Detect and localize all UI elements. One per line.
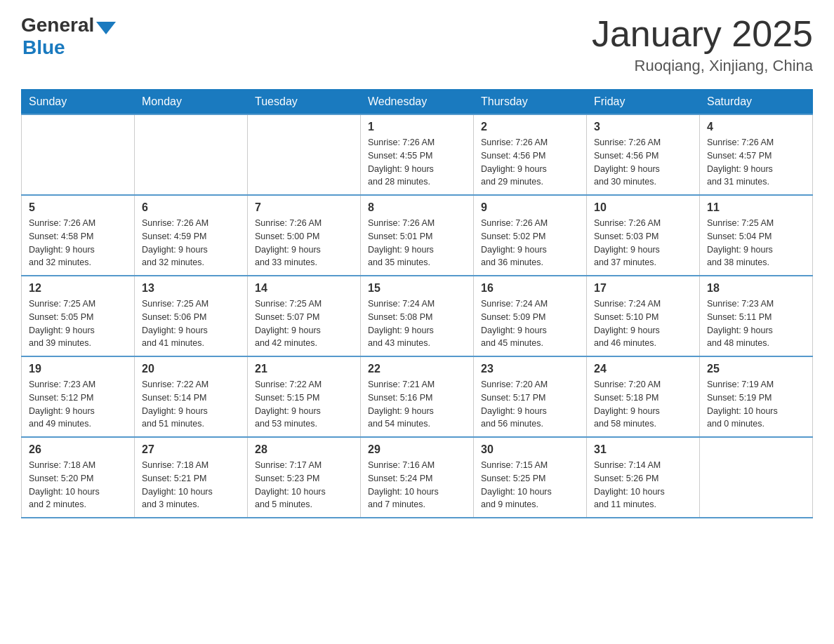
day-info: Sunrise: 7:25 AM Sunset: 5:06 PM Dayligh… — [142, 297, 240, 350]
day-number: 7 — [255, 201, 353, 214]
calendar-day-header: Tuesday — [248, 90, 361, 115]
day-info: Sunrise: 7:18 AM Sunset: 5:20 PM Dayligh… — [29, 459, 127, 511]
calendar-cell: 10Sunrise: 7:26 AM Sunset: 5:03 PM Dayli… — [587, 195, 700, 276]
calendar-cell: 15Sunrise: 7:24 AM Sunset: 5:08 PM Dayli… — [361, 276, 474, 356]
calendar-cell: 20Sunrise: 7:22 AM Sunset: 5:14 PM Dayli… — [135, 356, 248, 437]
calendar-cell: 29Sunrise: 7:16 AM Sunset: 5:24 PM Dayli… — [361, 437, 474, 518]
calendar-day-header: Friday — [587, 90, 700, 115]
day-number: 13 — [142, 282, 240, 295]
title-section: January 2025 Ruoqiang, Xinjiang, China — [592, 14, 813, 75]
day-info: Sunrise: 7:26 AM Sunset: 4:59 PM Dayligh… — [142, 217, 240, 269]
day-info: Sunrise: 7:25 AM Sunset: 5:04 PM Dayligh… — [707, 217, 805, 269]
calendar-cell: 8Sunrise: 7:26 AM Sunset: 5:01 PM Daylig… — [361, 195, 474, 276]
day-number: 12 — [29, 282, 127, 295]
day-number: 4 — [707, 121, 805, 133]
calendar-cell: 28Sunrise: 7:17 AM Sunset: 5:23 PM Dayli… — [248, 437, 361, 518]
calendar-cell: 23Sunrise: 7:20 AM Sunset: 5:17 PM Dayli… — [474, 356, 587, 437]
day-number: 29 — [368, 443, 466, 456]
calendar-cell: 21Sunrise: 7:22 AM Sunset: 5:15 PM Dayli… — [248, 356, 361, 437]
day-info: Sunrise: 7:24 AM Sunset: 5:08 PM Dayligh… — [368, 297, 466, 350]
calendar-cell: 19Sunrise: 7:23 AM Sunset: 5:12 PM Dayli… — [22, 356, 135, 437]
day-info: Sunrise: 7:26 AM Sunset: 5:03 PM Dayligh… — [594, 217, 692, 269]
calendar-cell: 5Sunrise: 7:26 AM Sunset: 4:58 PM Daylig… — [22, 195, 135, 276]
day-number: 6 — [142, 201, 240, 214]
calendar-cell: 12Sunrise: 7:25 AM Sunset: 5:05 PM Dayli… — [22, 276, 135, 356]
day-info: Sunrise: 7:26 AM Sunset: 4:55 PM Dayligh… — [368, 136, 466, 189]
day-number: 17 — [594, 282, 692, 295]
page-header: General Blue January 2025 Ruoqiang, Xinj… — [21, 14, 813, 75]
calendar-cell: 31Sunrise: 7:14 AM Sunset: 5:26 PM Dayli… — [587, 437, 700, 518]
day-number: 15 — [368, 282, 466, 295]
calendar-cell: 18Sunrise: 7:23 AM Sunset: 5:11 PM Dayli… — [700, 276, 813, 356]
calendar-cell: 4Sunrise: 7:26 AM Sunset: 4:57 PM Daylig… — [700, 114, 813, 195]
day-number: 8 — [368, 201, 466, 214]
day-info: Sunrise: 7:19 AM Sunset: 5:19 PM Dayligh… — [707, 378, 805, 431]
calendar-week-row: 19Sunrise: 7:23 AM Sunset: 5:12 PM Dayli… — [22, 356, 813, 437]
calendar-week-row: 26Sunrise: 7:18 AM Sunset: 5:20 PM Dayli… — [22, 437, 813, 518]
calendar-cell: 14Sunrise: 7:25 AM Sunset: 5:07 PM Dayli… — [248, 276, 361, 356]
calendar-cell: 7Sunrise: 7:26 AM Sunset: 5:00 PM Daylig… — [248, 195, 361, 276]
day-number: 20 — [142, 363, 240, 375]
day-number: 25 — [707, 363, 805, 375]
day-info: Sunrise: 7:26 AM Sunset: 5:01 PM Dayligh… — [368, 217, 466, 269]
day-number: 1 — [368, 121, 466, 133]
day-info: Sunrise: 7:18 AM Sunset: 5:21 PM Dayligh… — [142, 459, 240, 511]
day-number: 21 — [255, 363, 353, 375]
calendar-cell — [700, 437, 813, 518]
logo-general-text: General — [21, 14, 94, 36]
calendar-day-header: Wednesday — [361, 90, 474, 115]
day-number: 3 — [594, 121, 692, 133]
calendar-cell — [248, 114, 361, 195]
day-number: 16 — [481, 282, 579, 295]
day-info: Sunrise: 7:26 AM Sunset: 4:56 PM Dayligh… — [594, 136, 692, 189]
day-info: Sunrise: 7:21 AM Sunset: 5:16 PM Dayligh… — [368, 378, 466, 431]
day-info: Sunrise: 7:26 AM Sunset: 5:02 PM Dayligh… — [481, 217, 579, 269]
location-text: Ruoqiang, Xinjiang, China — [592, 57, 813, 75]
month-title: January 2025 — [592, 14, 813, 54]
calendar-week-row: 5Sunrise: 7:26 AM Sunset: 4:58 PM Daylig… — [22, 195, 813, 276]
day-info: Sunrise: 7:25 AM Sunset: 5:05 PM Dayligh… — [29, 297, 127, 350]
day-number: 9 — [481, 201, 579, 214]
day-number: 18 — [707, 282, 805, 295]
calendar-cell: 27Sunrise: 7:18 AM Sunset: 5:21 PM Dayli… — [135, 437, 248, 518]
day-number: 2 — [481, 121, 579, 133]
day-info: Sunrise: 7:23 AM Sunset: 5:11 PM Dayligh… — [707, 297, 805, 350]
day-number: 14 — [255, 282, 353, 295]
day-number: 19 — [29, 363, 127, 375]
day-number: 31 — [594, 443, 692, 456]
calendar-cell: 1Sunrise: 7:26 AM Sunset: 4:55 PM Daylig… — [361, 114, 474, 195]
day-info: Sunrise: 7:14 AM Sunset: 5:26 PM Dayligh… — [594, 459, 692, 511]
calendar-cell: 22Sunrise: 7:21 AM Sunset: 5:16 PM Dayli… — [361, 356, 474, 437]
day-info: Sunrise: 7:15 AM Sunset: 5:25 PM Dayligh… — [481, 459, 579, 511]
logo: General Blue — [21, 14, 116, 59]
calendar-cell: 11Sunrise: 7:25 AM Sunset: 5:04 PM Dayli… — [700, 195, 813, 276]
calendar-week-row: 12Sunrise: 7:25 AM Sunset: 5:05 PM Dayli… — [22, 276, 813, 356]
day-info: Sunrise: 7:16 AM Sunset: 5:24 PM Dayligh… — [368, 459, 466, 511]
calendar-cell — [22, 114, 135, 195]
day-number: 11 — [707, 201, 805, 214]
calendar-cell: 16Sunrise: 7:24 AM Sunset: 5:09 PM Dayli… — [474, 276, 587, 356]
calendar-header-row: SundayMondayTuesdayWednesdayThursdayFrid… — [22, 90, 813, 115]
day-info: Sunrise: 7:24 AM Sunset: 5:09 PM Dayligh… — [481, 297, 579, 350]
calendar-cell: 17Sunrise: 7:24 AM Sunset: 5:10 PM Dayli… — [587, 276, 700, 356]
calendar-cell: 6Sunrise: 7:26 AM Sunset: 4:59 PM Daylig… — [135, 195, 248, 276]
day-info: Sunrise: 7:20 AM Sunset: 5:17 PM Dayligh… — [481, 378, 579, 431]
day-number: 27 — [142, 443, 240, 456]
day-number: 30 — [481, 443, 579, 456]
calendar-cell: 13Sunrise: 7:25 AM Sunset: 5:06 PM Dayli… — [135, 276, 248, 356]
calendar-table: SundayMondayTuesdayWednesdayThursdayFrid… — [21, 89, 813, 518]
day-number: 28 — [255, 443, 353, 456]
calendar-cell: 24Sunrise: 7:20 AM Sunset: 5:18 PM Dayli… — [587, 356, 700, 437]
logo-blue-text: Blue — [22, 36, 65, 59]
calendar-cell: 2Sunrise: 7:26 AM Sunset: 4:56 PM Daylig… — [474, 114, 587, 195]
day-number: 26 — [29, 443, 127, 456]
day-number: 24 — [594, 363, 692, 375]
calendar-cell: 3Sunrise: 7:26 AM Sunset: 4:56 PM Daylig… — [587, 114, 700, 195]
day-info: Sunrise: 7:26 AM Sunset: 4:56 PM Dayligh… — [481, 136, 579, 189]
calendar-day-header: Sunday — [22, 90, 135, 115]
day-number: 10 — [594, 201, 692, 214]
logo-arrow-icon — [96, 22, 116, 34]
calendar-cell: 25Sunrise: 7:19 AM Sunset: 5:19 PM Dayli… — [700, 356, 813, 437]
day-info: Sunrise: 7:23 AM Sunset: 5:12 PM Dayligh… — [29, 378, 127, 431]
day-info: Sunrise: 7:26 AM Sunset: 5:00 PM Dayligh… — [255, 217, 353, 269]
